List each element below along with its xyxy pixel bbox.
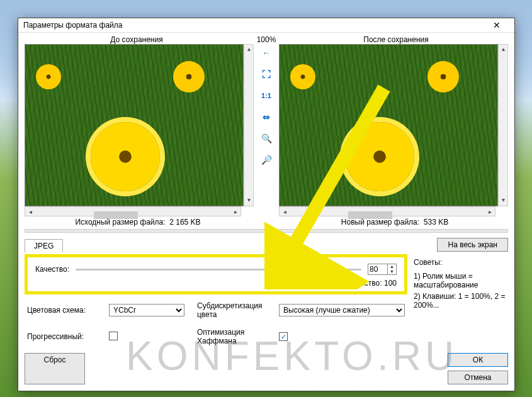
after-hscroll[interactable]: ◂ ▸ [279, 206, 495, 216]
spin-up-icon[interactable]: ▲ [388, 264, 396, 269]
file-format-dialog: Параметры формата файла ✕ До сохранения … [18, 18, 515, 391]
window-title: Параметры формата файла [23, 21, 484, 30]
huffman-checkbox[interactable]: ✓ [279, 332, 288, 341]
before-preview[interactable] [25, 44, 244, 206]
scroll-left-icon[interactable]: ◂ [280, 208, 290, 215]
scroll-up-icon[interactable]: ▴ [244, 45, 253, 55]
progressive-label: Прогрессивный: [27, 332, 109, 341]
tip-2: 2) Клавиши: 1 = 100%, 2 = 200%... [414, 292, 508, 310]
close-button[interactable]: ✕ [484, 20, 509, 30]
actual-size-icon[interactable]: 1:1 [260, 89, 273, 102]
scroll-down-icon[interactable]: ▾ [244, 196, 253, 206]
fit-screen-icon[interactable]: ⛶ [260, 68, 273, 81]
new-size: Новый размер файла: 533 KB [281, 218, 508, 226]
original-quality: Исходное качество: 100 [35, 279, 397, 288]
tip-1: 1) Ролик мыши = масштабирование [414, 272, 508, 289]
quality-input[interactable] [368, 264, 388, 275]
back-arrow-icon[interactable]: ← [260, 47, 273, 59]
titlebar: Параметры формата файла ✕ [18, 18, 514, 33]
before-label: До сохранения [25, 35, 249, 44]
after-vscroll[interactable]: ▴ ▾ [498, 44, 508, 206]
subsampling-label: Субдискретизация цвета [184, 301, 279, 319]
quality-label: Качество: [35, 265, 69, 274]
scroll-down-icon[interactable]: ▾ [499, 196, 507, 206]
quality-spinner[interactable]: ▲▼ [368, 264, 397, 275]
before-vscroll[interactable]: ▴ ▾ [244, 44, 254, 206]
quality-slider[interactable] [76, 264, 361, 275]
quality-panel: Качество: ▲▼ Исходное качество: 100 [25, 254, 407, 294]
tab-jpeg[interactable]: JPEG [25, 239, 63, 252]
spin-down-icon[interactable]: ▼ [388, 269, 396, 274]
scroll-left-icon[interactable]: ◂ [25, 208, 35, 215]
progressive-checkbox[interactable] [109, 332, 118, 340]
zoom-toolstrip: ← ⛶ 1:1 ⇔ 🔍 🔎 [256, 44, 276, 206]
zoom-out-icon[interactable]: 🔎 [260, 154, 273, 166]
fit-width-icon[interactable]: ⇔ [260, 111, 273, 123]
progress-bar [25, 229, 508, 233]
after-preview[interactable] [279, 44, 498, 206]
huffman-label: Оптимизация Хаффмана [184, 328, 279, 345]
color-scheme-label: Цветовая схема: [27, 306, 109, 315]
scroll-up-icon[interactable]: ▴ [499, 45, 507, 55]
subsampling-select[interactable]: Высокая (лучше сжатие) [279, 304, 405, 316]
after-label: После сохранения [284, 35, 508, 44]
zoom-label: 100% [249, 35, 284, 44]
before-hscroll[interactable]: ◂ ▸ [25, 206, 241, 216]
color-scheme-select[interactable]: YCbCr [109, 304, 184, 316]
cancel-button[interactable]: Отмена [448, 371, 508, 384]
tips-panel: Советы: 1) Ролик мыши = масштабирование … [414, 252, 508, 345]
scroll-right-icon[interactable]: ▸ [230, 208, 241, 215]
reset-button[interactable]: Сброс [25, 353, 85, 384]
zoom-in-icon[interactable]: 🔍 [260, 132, 273, 145]
fullscreen-button[interactable]: На весь экран [437, 238, 508, 252]
preview-header: До сохранения 100% После сохранения [25, 35, 508, 44]
scroll-right-icon[interactable]: ▸ [485, 208, 495, 215]
original-size: Исходный размер файла: 2 165 KB [25, 218, 251, 226]
ok-button[interactable]: ОК [448, 353, 508, 367]
tips-header: Советы: [414, 258, 508, 267]
